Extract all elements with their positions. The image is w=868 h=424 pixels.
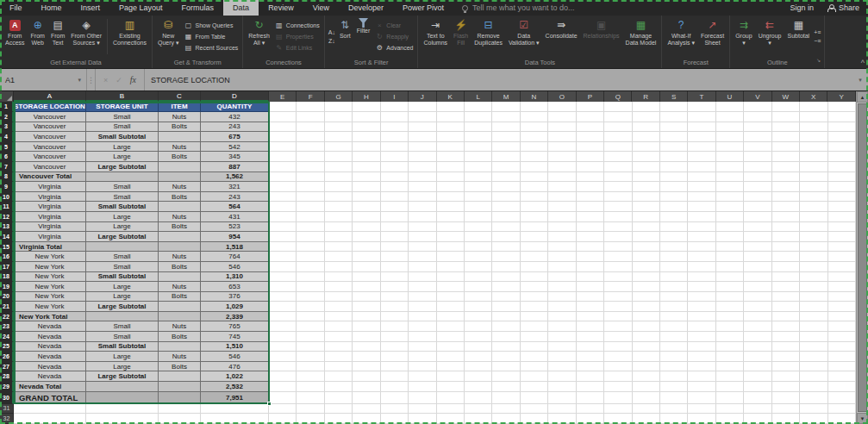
subtotal-cell[interactable]: 887 xyxy=(201,162,269,172)
empty-cells-region[interactable] xyxy=(269,142,856,153)
row-header-3[interactable]: 3 xyxy=(0,122,14,133)
subtotal-cell[interactable]: Small Subtotal xyxy=(86,342,159,352)
subtotal-cell[interactable] xyxy=(159,162,201,172)
grand-total-cell[interactable] xyxy=(86,392,159,404)
total-cell[interactable]: New York Total xyxy=(14,312,86,322)
new-query-button[interactable]: ⛁New Query ▾ xyxy=(155,16,182,57)
subtotal-cell[interactable]: Large Subtotal xyxy=(86,232,159,242)
formula-bar-expand-icon[interactable]: ▾ xyxy=(852,69,868,90)
row-header-16[interactable]: 16 xyxy=(0,252,14,262)
cell[interactable]: Bolts xyxy=(159,362,201,372)
column-header-i[interactable]: I xyxy=(381,91,409,102)
cell[interactable]: New York xyxy=(14,282,86,292)
cell[interactable]: 764 xyxy=(201,252,269,262)
tell-me-box[interactable]: Tell me what you want to do... xyxy=(462,0,575,16)
cell[interactable]: Bolts xyxy=(159,292,201,302)
group-button[interactable]: ⇉Group ▾ xyxy=(733,16,754,57)
column-header-j[interactable]: J xyxy=(409,91,436,102)
remove-duplicates-button[interactable]: ⊟Remove Duplicates xyxy=(471,16,505,57)
subtotal-cell[interactable]: 1,510 xyxy=(201,342,269,352)
empty-cells-region[interactable] xyxy=(269,182,856,192)
select-all-button[interactable] xyxy=(0,91,14,102)
subtotal-cell[interactable] xyxy=(159,302,201,312)
empty-cell[interactable] xyxy=(14,404,86,415)
total-cell[interactable]: Vancouver Total xyxy=(14,172,86,183)
connections-button[interactable]: ▥Connections xyxy=(273,20,322,31)
column-header-x[interactable]: X xyxy=(800,91,827,102)
subtotal-cell[interactable] xyxy=(159,272,201,283)
ribbon-tab-power-pivot[interactable]: Power Pivot xyxy=(393,0,453,16)
cancel-entry-icon[interactable]: × xyxy=(103,76,108,84)
cell[interactable]: Small xyxy=(86,252,159,262)
table-header-cell[interactable]: QUANTITY xyxy=(201,102,269,112)
subtotal-cell[interactable] xyxy=(159,132,201,142)
grand-total-cell[interactable] xyxy=(159,392,201,404)
row-header-10[interactable]: 10 xyxy=(0,192,14,203)
show-detail-icon[interactable]: +≡ xyxy=(814,29,821,35)
cell[interactable]: 745 xyxy=(201,332,269,342)
cell[interactable]: Small xyxy=(86,332,159,342)
subtotal-cell[interactable]: Nevada xyxy=(14,342,86,352)
cell[interactable]: Bolts xyxy=(159,122,201,133)
cell[interactable]: Large xyxy=(86,222,159,233)
subtotal-cell[interactable] xyxy=(159,371,201,382)
empty-cell[interactable] xyxy=(86,414,159,424)
column-header-y[interactable]: Y xyxy=(827,91,855,102)
cell[interactable]: Small xyxy=(86,192,159,203)
row-header-20[interactable]: 20 xyxy=(0,292,14,302)
empty-cells-region[interactable] xyxy=(269,272,856,283)
cell[interactable]: Small xyxy=(86,122,159,133)
cell[interactable]: Large xyxy=(86,282,159,292)
column-header-g[interactable]: G xyxy=(325,91,353,102)
total-cell[interactable]: Virginia Total xyxy=(14,242,86,253)
cell[interactable]: Large xyxy=(86,362,159,372)
ribbon-tab-developer[interactable]: Developer xyxy=(339,0,393,16)
outline-dialog-launcher[interactable]: ↘ xyxy=(816,55,821,66)
ribbon-tab-formulas[interactable]: Formulas xyxy=(172,0,224,16)
cell[interactable]: Vancouver xyxy=(14,142,86,153)
column-header-s[interactable]: S xyxy=(660,91,688,102)
cell[interactable]: Nevada xyxy=(14,362,86,372)
empty-cells-region[interactable] xyxy=(269,392,856,404)
cell[interactable]: Small xyxy=(86,262,159,272)
column-header-u[interactable]: U xyxy=(716,91,744,102)
cell[interactable]: Small xyxy=(86,112,159,122)
forecast-sheet-button[interactable]: ↗Forecast Sheet xyxy=(698,16,727,57)
row-header-32[interactable]: 32 xyxy=(0,414,14,424)
total-cell[interactable] xyxy=(159,312,201,322)
subtotal-cell[interactable]: Small Subtotal xyxy=(86,272,159,283)
cell[interactable]: Large xyxy=(86,152,159,162)
cell[interactable]: Vancouver xyxy=(14,112,86,122)
refresh-all-button[interactable]: ↻Refresh All ▾ xyxy=(246,16,272,57)
cell[interactable]: Bolts xyxy=(159,152,201,162)
cell[interactable]: 765 xyxy=(201,321,269,332)
subtotal-cell[interactable]: Virginia xyxy=(14,202,86,212)
total-cell[interactable] xyxy=(159,242,201,253)
cell[interactable]: Vancouver xyxy=(14,152,86,162)
cell[interactable]: New York xyxy=(14,292,86,302)
row-header-6[interactable]: 6 xyxy=(0,152,14,162)
cell[interactable]: Virginia xyxy=(14,192,86,203)
table-header-cell[interactable]: STORAGE UNIT xyxy=(86,102,159,112)
column-header-k[interactable]: K xyxy=(437,91,465,102)
total-cell[interactable]: 2,339 xyxy=(201,312,269,322)
row-header-22[interactable]: 22 xyxy=(0,312,14,322)
column-header-n[interactable]: N xyxy=(521,91,548,102)
empty-cells-region[interactable] xyxy=(269,212,856,222)
row-header-14[interactable]: 14 xyxy=(0,232,14,242)
empty-cells-region[interactable] xyxy=(269,252,856,262)
row-header-7[interactable]: 7 xyxy=(0,162,14,172)
cell[interactable]: 243 xyxy=(201,192,269,203)
empty-cells-region[interactable] xyxy=(269,232,856,242)
table-header-cell[interactable]: ITEM xyxy=(159,102,201,112)
row-header-8[interactable]: 8 xyxy=(0,172,14,183)
cell[interactable]: Large xyxy=(86,212,159,222)
cell[interactable]: Nuts xyxy=(159,252,201,262)
row-header-19[interactable]: 19 xyxy=(0,282,14,292)
empty-cells-region[interactable] xyxy=(269,371,856,382)
empty-cells-region[interactable] xyxy=(269,102,856,112)
subtotal-cell[interactable]: 954 xyxy=(201,232,269,242)
sort-ascending-icon[interactable]: A↓ xyxy=(328,29,335,35)
empty-cells-region[interactable] xyxy=(269,312,856,322)
name-box[interactable]: A1 ▾ xyxy=(0,69,86,90)
